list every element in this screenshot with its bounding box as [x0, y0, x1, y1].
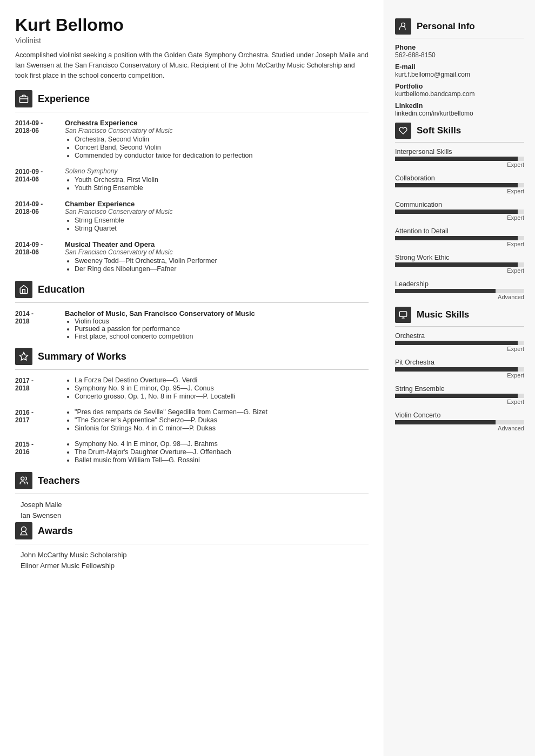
exp-dates-0: 2014-09 -2018-06	[15, 119, 59, 160]
skill-bar-bg-attention	[395, 236, 524, 240]
list-item: Sinfonia for Strings No. 4 in C minor—P.…	[75, 424, 268, 432]
award-item-1: Elinor Armer Music Fellowship	[21, 562, 369, 570]
list-item: Symphony No. 9 in E minor, Op. 95—J. Con…	[75, 384, 235, 392]
exp-entry-0: 2014-09 -2018-06 Orchestra Experience Sa…	[15, 119, 369, 160]
exp-org-0: San Francisco Conservatory of Music	[65, 127, 369, 134]
personal-info-header: Personal Info	[395, 18, 524, 35]
list-item: Orchestra, Second Violin	[75, 136, 369, 143]
exp-content-0: Orchestra Experience San Francisco Conse…	[65, 119, 369, 160]
list-item: Violin focus	[75, 318, 255, 325]
list-item: First place, school concerto competition	[75, 333, 255, 340]
skill-bar-bg-communication	[395, 210, 524, 214]
pi-portfolio: Portfolio kurtbellomo.bandcamp.com	[395, 83, 524, 98]
skill-workethic: Strong Work Ethic Expert	[395, 254, 524, 274]
education-divider	[15, 302, 369, 303]
skill-name-workethic: Strong Work Ethic	[395, 254, 524, 261]
experience-section: Experience 2014-09 -2018-06 Orchestra Ex…	[15, 90, 369, 273]
experience-divider	[15, 112, 369, 112]
skill-level-leadership: Advanced	[395, 294, 524, 300]
exp-org-3: San Francisco Conservatory of Music	[65, 248, 369, 256]
works-title: Summary of Works	[38, 351, 126, 362]
exp-content-2: Chamber Experience San Francisco Conserv…	[65, 200, 369, 233]
skill-interpersonal: Interpersonal Skills Expert	[395, 148, 524, 168]
list-item: Symphony No. 4 in E minor, Op. 98—J. Bra…	[75, 440, 231, 448]
list-item: "The Sorcerer's Apprentice" Scherzo—P. D…	[75, 416, 268, 424]
resume-header: Kurt Bellomo Violinist Accomplished viol…	[15, 15, 369, 80]
resume-summary: Accomplished violinist seeking a positio…	[15, 50, 369, 80]
awards-icon	[15, 522, 32, 539]
teachers-icon	[15, 472, 32, 489]
personal-info-divider	[395, 38, 524, 38]
skill-bar-bg-orchestra	[395, 341, 524, 345]
skill-level-attention: Expert	[395, 241, 524, 247]
pi-portfolio-value: kurtbellomo.bandcamp.com	[395, 90, 524, 98]
exp-org-2: San Francisco Conservatory of Music	[65, 208, 369, 215]
right-column: Personal Info Phone 562-688-8150 E-mail …	[384, 0, 535, 756]
skill-pitorchestra: Pit Orchestra Expert	[395, 359, 524, 379]
works-header: Summary of Works	[15, 348, 369, 365]
skill-name-leadership: Leadership	[395, 280, 524, 288]
list-item: Concerto grosso, Op. 1, No. 8 in F minor…	[75, 393, 235, 400]
skill-name-pitorchestra: Pit Orchestra	[395, 359, 524, 366]
awards-divider	[15, 544, 369, 544]
experience-icon	[15, 90, 32, 107]
skill-name-interpersonal: Interpersonal Skills	[395, 148, 524, 156]
list-item: Youth String Ensemble	[75, 184, 369, 192]
skill-bar-fill-stringensemble	[395, 394, 518, 398]
awards-header: Awards	[15, 522, 369, 539]
teachers-section: Teachers Joseph Maile Ian Swensen	[15, 472, 369, 519]
works-bullets-1: "Pres des remparts de Seville" Segedilla…	[65, 408, 268, 432]
works-dates-0: 2017 -2018	[15, 376, 59, 401]
pi-portfolio-label: Portfolio	[395, 83, 524, 90]
skill-bar-fill-pitorchestra	[395, 367, 518, 372]
skill-bar-fill-attention	[395, 236, 518, 240]
skill-bar-fill-workethic	[395, 262, 518, 267]
exp-entry-3: 2014-09 -2018-06 Musical Theater and Ope…	[15, 240, 369, 273]
awards-section: Awards John McCarthy Music Scholarship E…	[15, 522, 369, 570]
skill-bar-fill-communication	[395, 210, 518, 214]
works-divider	[15, 369, 369, 370]
pi-linkedin-label: LinkedIn	[395, 102, 524, 110]
personal-info-section: Personal Info Phone 562-688-8150 E-mail …	[395, 18, 524, 117]
works-content-0: La Forza Del Destino Overture—G. Verdi S…	[65, 376, 235, 401]
award-item-0: John McCarthy Music Scholarship	[21, 551, 369, 559]
personal-info-title: Personal Info	[417, 21, 475, 32]
edu-dates-0: 2014 -2018	[15, 309, 59, 340]
skill-level-workethic: Expert	[395, 267, 524, 274]
pi-email-label: E-mail	[395, 63, 524, 71]
works-bullets-0: La Forza Del Destino Overture—G. Verdi S…	[65, 376, 235, 400]
skill-name-collaboration: Collaboration	[395, 174, 524, 182]
edu-content-0: Bachelor of Music, San Francisco Conserv…	[65, 309, 255, 340]
skill-stringensemble: String Ensemble Expert	[395, 385, 524, 405]
exp-dates-2: 2014-09 -2018-06	[15, 200, 59, 233]
works-content-1: "Pres des remparts de Seville" Segedilla…	[65, 408, 268, 433]
list-item: The Drum-Major's Daughter Overture—J. Of…	[75, 448, 231, 456]
pi-phone-label: Phone	[395, 44, 524, 51]
exp-entry-2: 2014-09 -2018-06 Chamber Experience San …	[15, 200, 369, 233]
works-dates-1: 2016 -2017	[15, 408, 59, 433]
pi-phone-value: 562-688-8150	[395, 51, 524, 59]
exp-bullets-0: Orchestra, Second Violin Concert Band, S…	[65, 136, 369, 159]
skill-bar-bg-violinconcerto	[395, 420, 524, 424]
edu-entry-0: 2014 -2018 Bachelor of Music, San Franci…	[15, 309, 369, 340]
skill-collaboration: Collaboration Expert	[395, 174, 524, 194]
skill-name-stringensemble: String Ensemble	[395, 385, 524, 393]
skill-level-stringensemble: Expert	[395, 399, 524, 405]
skill-name-orchestra: Orchestra	[395, 332, 524, 340]
skill-level-violinconcerto: Advanced	[395, 425, 524, 431]
left-column: Kurt Bellomo Violinist Accomplished viol…	[0, 0, 384, 756]
exp-title-3: Musical Theater and Opera	[65, 240, 369, 248]
exp-content-1: Solano Symphony Youth Orchestra, First V…	[65, 167, 369, 192]
pi-email: E-mail kurt.f.bellomo@gmail.com	[395, 63, 524, 78]
svg-rect-0	[20, 97, 28, 103]
teachers-divider	[15, 494, 369, 494]
soft-skills-section: Soft Skills Interpersonal Skills Expert …	[395, 123, 524, 300]
skill-level-collaboration: Expert	[395, 188, 524, 194]
edu-bullets-0: Violin focus Pursued a passion for perfo…	[65, 318, 255, 340]
music-skills-icon	[395, 307, 411, 323]
resume-name: Kurt Bellomo	[15, 15, 369, 35]
svg-marker-2	[20, 353, 28, 360]
soft-skills-icon	[395, 123, 411, 139]
personal-info-icon	[395, 18, 411, 35]
teacher-item-1: Ian Swensen	[21, 511, 369, 519]
